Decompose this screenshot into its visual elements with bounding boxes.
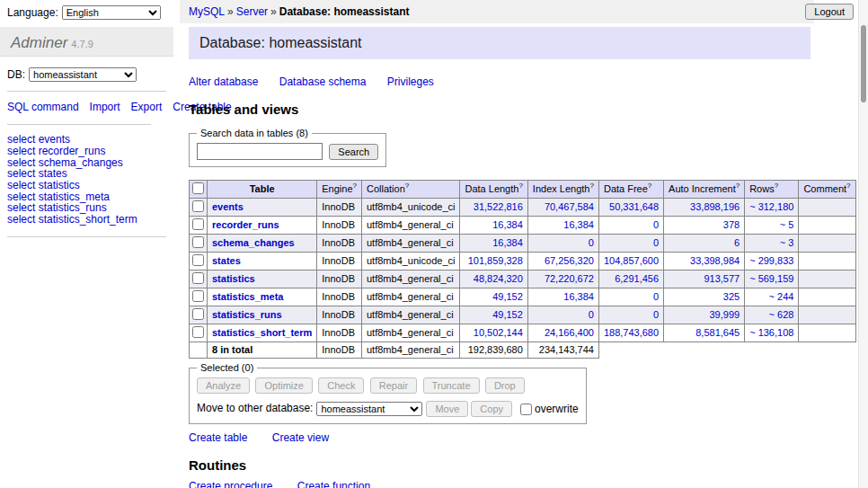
- index-length-link[interactable]: 16,384: [563, 291, 594, 302]
- data-length-link[interactable]: 16,384: [492, 219, 523, 230]
- index-length-link[interactable]: 16,384: [563, 219, 594, 230]
- sidebar-item-select-statistics-short-term[interactable]: select statistics_short_term: [7, 214, 166, 226]
- help-link[interactable]: ?: [736, 182, 740, 190]
- sidebar-item-select-recorder-runs[interactable]: select recorder_runs: [7, 146, 166, 157]
- language-select[interactable]: English: [62, 5, 161, 20]
- help-link[interactable]: ?: [775, 182, 778, 190]
- rows-count-link[interactable]: ~ 5: [780, 219, 794, 230]
- select-all-checkbox[interactable]: [192, 182, 204, 194]
- index-length-link[interactable]: 67,256,320: [545, 255, 594, 266]
- move-button[interactable]: Move: [426, 401, 468, 417]
- rows-count-link[interactable]: ~ 136,108: [749, 327, 793, 338]
- row-checkbox[interactable]: [192, 218, 204, 230]
- create-function-link[interactable]: Create function: [297, 480, 370, 488]
- help-link[interactable]: ?: [353, 182, 357, 190]
- data-length-link[interactable]: 101,859,328: [468, 255, 523, 266]
- check-button[interactable]: Check: [318, 377, 364, 394]
- data-free-link[interactable]: 0: [653, 309, 659, 320]
- optimize-button[interactable]: Optimize: [255, 377, 312, 394]
- table-name-link[interactable]: statistics_meta: [212, 291, 284, 302]
- data-free-link[interactable]: 0: [653, 291, 659, 302]
- vertical-scrollbar[interactable]: [858, 0, 868, 488]
- table-name-link[interactable]: statistics: [212, 273, 255, 284]
- alter-database-link[interactable]: Alter database: [189, 75, 258, 88]
- help-link[interactable]: ?: [589, 182, 593, 190]
- table-name-link[interactable]: statistics_short_term: [212, 327, 312, 338]
- auto-increment-link[interactable]: 6: [734, 237, 740, 248]
- sidebar-link-sql-command[interactable]: SQL command: [7, 101, 79, 113]
- search-input[interactable]: [197, 143, 323, 160]
- row-checkbox[interactable]: [192, 236, 204, 248]
- auto-increment-link[interactable]: 378: [723, 219, 740, 230]
- auto-increment-link[interactable]: 33,398,984: [690, 255, 740, 266]
- index-length-link[interactable]: 0: [589, 309, 594, 320]
- row-checkbox[interactable]: [192, 290, 204, 302]
- search-button[interactable]: Search: [329, 144, 378, 160]
- help-link[interactable]: ?: [405, 182, 409, 190]
- row-checkbox[interactable]: [192, 308, 204, 320]
- table-name-link[interactable]: events: [212, 201, 244, 212]
- help-link[interactable]: ?: [846, 182, 850, 190]
- data-length-link[interactable]: 10,502,144: [474, 327, 523, 338]
- rows-count-link[interactable]: ~ 244: [769, 291, 794, 302]
- analyze-button[interactable]: Analyze: [197, 377, 250, 394]
- table-name-link[interactable]: schema_changes: [212, 237, 295, 248]
- data-length-link[interactable]: 49,152: [492, 291, 523, 302]
- scrollbar-thumb[interactable]: [861, 25, 866, 102]
- table-name-link[interactable]: statistics_runs: [212, 309, 282, 320]
- move-db-select[interactable]: homeassistant: [316, 402, 422, 416]
- create-view-link[interactable]: Create view: [272, 431, 329, 444]
- data-free-link[interactable]: 104,857,600: [604, 255, 659, 266]
- privileges-link[interactable]: Privileges: [387, 75, 434, 88]
- repair-button[interactable]: Repair: [370, 377, 417, 394]
- data-free-link[interactable]: 0: [653, 237, 659, 248]
- rows-count-link[interactable]: ~ 299,833: [749, 255, 793, 266]
- breadcrumb-link-server[interactable]: Server: [236, 5, 268, 18]
- rows-count-link[interactable]: ~ 3: [780, 237, 794, 248]
- rows-count-link[interactable]: ~ 569,159: [749, 273, 793, 284]
- overwrite-checkbox[interactable]: [520, 404, 532, 415]
- auto-increment-link[interactable]: 8,581,645: [695, 327, 740, 338]
- index-length-link[interactable]: 72,220,672: [545, 273, 594, 284]
- auto-increment-link[interactable]: 325: [723, 291, 740, 302]
- help-link[interactable]: ?: [648, 182, 651, 190]
- auto-increment-link[interactable]: 33,898,196: [690, 201, 740, 212]
- row-checkbox[interactable]: [192, 200, 204, 212]
- row-checkbox[interactable]: [192, 254, 204, 266]
- auto-increment-link[interactable]: 39,999: [710, 309, 740, 320]
- sidebar-link-export[interactable]: Export: [131, 101, 163, 113]
- logout-button[interactable]: Logout: [805, 4, 854, 20]
- data-length-link[interactable]: 48,824,320: [474, 273, 523, 284]
- index-length-link[interactable]: 70,467,584: [545, 201, 594, 212]
- db-select[interactable]: homeassistant: [29, 67, 137, 82]
- sidebar-item-select-events[interactable]: select events: [7, 134, 166, 146]
- adminer-logo[interactable]: Adminer: [11, 34, 67, 51]
- create-table-link[interactable]: Create table: [189, 431, 247, 444]
- rows-count-link[interactable]: ~ 312,180: [749, 201, 793, 212]
- truncate-button[interactable]: Truncate: [423, 377, 480, 394]
- data-length-link[interactable]: 16,384: [492, 237, 523, 248]
- table-name-link[interactable]: recorder_runs: [212, 219, 279, 230]
- data-length-link[interactable]: 31,522,816: [474, 201, 523, 212]
- create-procedure-link[interactable]: Create procedure: [189, 480, 272, 488]
- row-checkbox[interactable]: [192, 272, 204, 284]
- breadcrumb-link-mysql[interactable]: MySQL: [189, 5, 225, 18]
- drop-button[interactable]: Drop: [485, 377, 525, 394]
- overwrite-label[interactable]: overwrite: [535, 403, 579, 415]
- rows-count-link[interactable]: ~ 628: [769, 309, 794, 320]
- copy-button[interactable]: Copy: [471, 401, 512, 417]
- row-checkbox[interactable]: [192, 326, 204, 338]
- help-link[interactable]: ?: [518, 182, 522, 190]
- sidebar-item-select-statistics[interactable]: select statistics: [7, 180, 166, 191]
- data-free-link[interactable]: 50,331,648: [609, 201, 659, 212]
- data-free-link[interactable]: 188,743,680: [604, 327, 659, 338]
- database-schema-link[interactable]: Database schema: [279, 75, 367, 88]
- data-free-link[interactable]: 0: [653, 219, 659, 230]
- auto-increment-link[interactable]: 913,577: [704, 273, 740, 284]
- table-name-link[interactable]: states: [212, 255, 241, 266]
- index-length-link[interactable]: 24,166,400: [545, 327, 594, 338]
- data-length-link[interactable]: 49,152: [492, 309, 523, 320]
- data-free-link[interactable]: 6,291,456: [615, 273, 659, 284]
- index-length-link[interactable]: 0: [589, 237, 594, 248]
- sidebar-link-import[interactable]: Import: [90, 101, 120, 113]
